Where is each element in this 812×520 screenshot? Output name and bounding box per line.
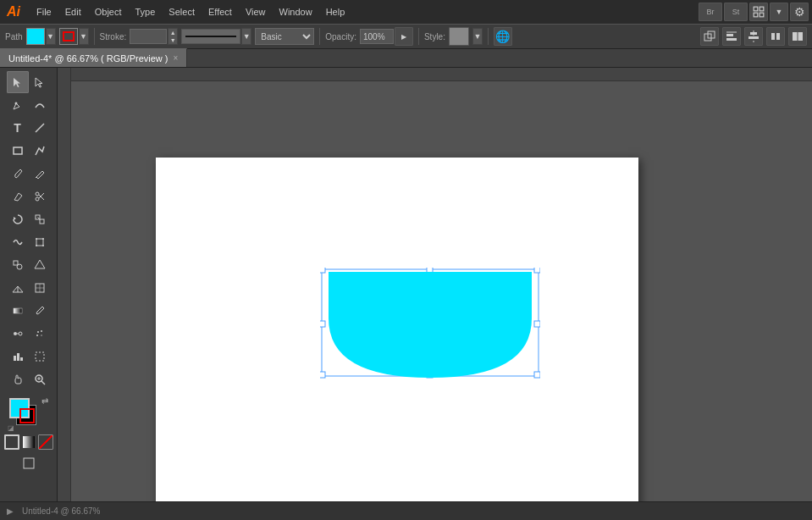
svg-line-20 <box>36 124 44 132</box>
color-swatch-area: ⇄ ◪ <box>8 396 50 432</box>
svg-point-45 <box>14 332 17 335</box>
fill-color-swatch[interactable] <box>26 28 45 45</box>
stroke-value-input[interactable] <box>130 29 167 44</box>
shape-container[interactable] <box>320 268 540 388</box>
svg-rect-15 <box>798 32 803 41</box>
live-paint-tool[interactable] <box>29 254 51 276</box>
stroke-dropdown-group: ▼ <box>181 28 251 45</box>
svg-point-34 <box>36 245 37 246</box>
default-colors-btn[interactable]: ◪ <box>8 424 14 432</box>
svg-rect-43 <box>14 308 22 313</box>
pen-path-tool[interactable] <box>29 140 51 162</box>
none-mode-btn[interactable] <box>38 434 53 450</box>
tab-close-btn[interactable]: × <box>174 53 179 63</box>
menu-effect[interactable]: Effect <box>202 3 238 20</box>
document-tab[interactable]: Untitled-4* @ 66.67% ( RGB/Preview ) × <box>0 48 187 67</box>
curvature-tool[interactable] <box>29 94 51 116</box>
style-swatch[interactable] <box>449 27 469 46</box>
hand-tool[interactable] <box>7 368 29 390</box>
mesh-tool[interactable] <box>29 277 51 299</box>
stroke-color-arrow[interactable]: ▼ <box>79 28 89 45</box>
menu-edit[interactable]: Edit <box>59 3 87 20</box>
status-info: Untitled-4 @ 66.67% <box>22 506 100 516</box>
distribute-btn[interactable] <box>766 27 785 46</box>
svg-point-24 <box>36 192 39 196</box>
svg-marker-27 <box>14 217 16 220</box>
svg-point-50 <box>36 335 38 336</box>
svg-point-48 <box>37 331 39 333</box>
blend-tool[interactable] <box>7 323 29 345</box>
tab-bar: Untitled-4* @ 66.67% ( RGB/Preview ) × <box>0 49 812 68</box>
tab-title: Untitled-4* @ 66.67% ( RGB/Preview ) <box>8 53 168 64</box>
swap-colors-btn[interactable]: ⇄ <box>41 396 48 406</box>
stroke-indicator-group: ▼ <box>59 28 89 45</box>
free-transform-tool[interactable] <box>29 231 51 253</box>
menu-select[interactable]: Select <box>163 3 201 20</box>
gradient-mode-btn[interactable] <box>21 434 36 450</box>
menu-window[interactable]: Window <box>273 3 318 20</box>
menu-view[interactable]: View <box>240 3 272 20</box>
svg-rect-69 <box>534 321 540 327</box>
svg-point-19 <box>14 102 17 105</box>
gradient-tool[interactable] <box>7 300 29 322</box>
stroke-stepper[interactable]: ▲ ▼ <box>168 28 178 45</box>
menu-object[interactable]: Object <box>89 3 128 20</box>
opacity-input[interactable] <box>360 29 394 44</box>
stock-icon-btn[interactable]: St <box>724 3 748 21</box>
globe-icon: 🌐 <box>495 30 510 43</box>
type-tool[interactable]: T <box>7 117 29 139</box>
status-bar: ▶ Untitled-4 @ 66.67% <box>0 501 812 520</box>
bridge-icon-btn[interactable]: Br <box>699 3 722 21</box>
stroke-style-arrow[interactable]: ▼ <box>241 28 251 45</box>
menu-type[interactable]: Type <box>130 3 162 20</box>
column-graph-tool[interactable] <box>7 346 29 368</box>
stroke-preview[interactable] <box>181 29 240 44</box>
warp-tool[interactable] <box>7 231 29 253</box>
rotate-tool[interactable] <box>7 208 29 230</box>
arrange-icon-btn[interactable]: ⚙ <box>790 3 809 21</box>
svg-rect-61 <box>24 458 34 468</box>
svg-rect-7 <box>726 34 733 36</box>
variable-width-profile[interactable]: Basic <box>255 28 314 45</box>
stroke-color-swatch[interactable] <box>59 28 78 45</box>
menu-file[interactable]: File <box>30 3 58 20</box>
draw-normal-btn[interactable] <box>19 454 38 473</box>
fill-color-arrow[interactable]: ▼ <box>46 28 56 45</box>
selection-tool[interactable] <box>7 71 29 93</box>
workspace-icon-btn[interactable] <box>749 3 768 21</box>
pencil-tool[interactable] <box>29 163 51 185</box>
style-arrow[interactable]: ▼ <box>472 28 483 45</box>
stroke-label: Stroke: <box>100 32 127 41</box>
stroke-color-overlay[interactable] <box>19 408 35 423</box>
align-distribute-btn[interactable] <box>788 27 807 46</box>
align-center-btn[interactable] <box>744 27 763 46</box>
scissors-tool[interactable] <box>29 185 51 207</box>
workspace-dropdown-btn[interactable]: ▼ <box>770 3 788 21</box>
svg-point-49 <box>41 330 42 332</box>
line-tool[interactable] <box>29 117 51 139</box>
shape-builder-tool[interactable] <box>7 254 29 276</box>
perspective-grid-tool[interactable] <box>7 277 29 299</box>
eyedropper-tool[interactable] <box>29 300 51 322</box>
svg-rect-31 <box>36 239 43 246</box>
artboard-tool[interactable] <box>29 346 51 368</box>
zoom-tool[interactable] <box>29 368 51 390</box>
direct-selection-tool[interactable] <box>29 71 51 93</box>
scale-tool[interactable] <box>29 208 51 230</box>
svg-marker-18 <box>36 78 42 87</box>
svg-rect-8 <box>726 38 737 41</box>
pen-tool[interactable] <box>7 94 29 116</box>
globe-btn[interactable]: 🌐 <box>494 27 512 46</box>
rectangle-tool[interactable] <box>7 140 29 162</box>
status-text: ▶ <box>7 506 14 516</box>
eraser-tool[interactable] <box>7 185 29 207</box>
svg-point-46 <box>19 332 22 335</box>
menu-help[interactable]: Help <box>320 3 351 20</box>
symbol-sprayer-tool[interactable] <box>29 323 51 345</box>
svg-rect-65 <box>320 268 325 273</box>
opacity-options-btn[interactable]: ▶ <box>395 27 413 46</box>
color-mode-btn[interactable] <box>4 434 19 450</box>
align-left-btn[interactable] <box>722 27 741 46</box>
transform-btn[interactable] <box>700 27 719 46</box>
paintbrush-tool[interactable] <box>7 163 29 185</box>
